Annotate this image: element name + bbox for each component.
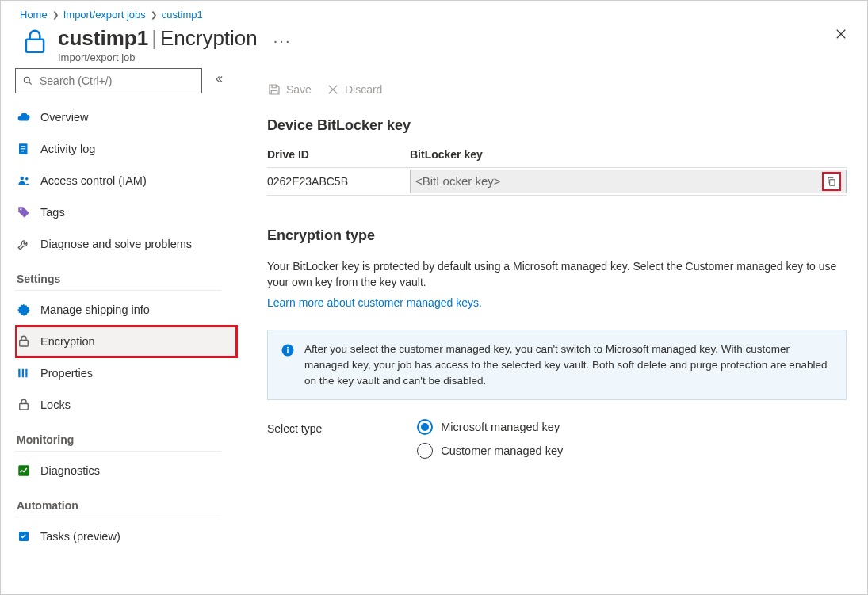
content-pane: Save Discard Device BitLocker key Drive …: [239, 68, 867, 582]
sidebar-item-label: Properties: [40, 367, 93, 380]
chevron-right-icon: ❯: [52, 10, 59, 19]
sidebar-item-label: Tasks (preview): [40, 530, 120, 543]
sidebar-item-tasks-preview-[interactable]: Tasks (preview): [15, 521, 237, 552]
close-button[interactable]: [834, 27, 848, 44]
breadcrumb: Home ❯ Import/export jobs ❯ custimp1: [1, 1, 867, 21]
sidebar-item-label: Manage shipping info: [40, 303, 150, 316]
sidebar-item-label: Access control (IAM): [40, 174, 147, 187]
breadcrumb-home[interactable]: Home: [20, 9, 48, 21]
sidebar-item-diagnostics[interactable]: Diagnostics: [15, 455, 237, 486]
breadcrumb-importexport[interactable]: Import/export jobs: [63, 9, 146, 21]
sidebar-group-settings: Settings: [15, 260, 221, 291]
svg-rect-4: [21, 148, 25, 149]
discard-button[interactable]: Discard: [326, 82, 382, 97]
discard-icon: [326, 82, 340, 97]
collapse-sidebar-button[interactable]: [213, 74, 224, 87]
save-button[interactable]: Save: [267, 82, 312, 97]
drive-id-value: 0262E23ABC5B: [267, 175, 410, 188]
col-drive-id: Drive ID: [267, 148, 410, 161]
sidebar-item-tags[interactable]: Tags: [15, 196, 237, 228]
svg-rect-5: [21, 151, 24, 151]
save-icon: [267, 82, 281, 97]
svg-point-8: [20, 208, 21, 210]
sidebar-group-automation: Automation: [15, 486, 221, 517]
sidebar-item-label: Diagnostics: [40, 464, 100, 477]
info-banner: After you select the customer managed ke…: [267, 330, 847, 400]
breadcrumb-current[interactable]: custimp1: [162, 9, 203, 21]
copy-button[interactable]: [822, 172, 841, 191]
sidebar-item-label: Overview: [40, 111, 88, 124]
tasks-icon: [17, 529, 31, 544]
sidebar-item-label: Activity log: [40, 143, 95, 155]
search-input[interactable]: [15, 68, 202, 93]
search-icon: [22, 75, 33, 86]
bitlocker-section-title: Device BitLocker key: [267, 117, 847, 134]
svg-point-1: [24, 77, 29, 82]
sidebar-item-activity-log[interactable]: Activity log: [15, 133, 237, 165]
sidebar-item-encryption[interactable]: Encryption: [15, 326, 237, 357]
bitlocker-key-field[interactable]: <BitLocker key>: [410, 170, 847, 193]
sidebar-item-diagnose-and-solve-problems[interactable]: Diagnose and solve problems: [15, 228, 237, 260]
svg-rect-12: [22, 368, 24, 377]
radio-microsoft-managed[interactable]: Microsoft managed key: [417, 419, 563, 435]
lock2-icon: [17, 398, 31, 412]
svg-rect-19: [287, 349, 289, 353]
encryption-type-title: Encryption type: [267, 227, 847, 244]
toolbar: Save Discard: [267, 68, 847, 114]
log-icon: [17, 142, 31, 156]
learn-more-link[interactable]: Learn more about customer managed keys.: [267, 296, 482, 309]
col-bitlocker-key: BitLocker key: [410, 148, 483, 161]
sidebar-item-label: Tags: [40, 206, 65, 219]
sidebar-item-properties[interactable]: Properties: [15, 357, 237, 389]
svg-point-6: [21, 176, 25, 180]
svg-rect-11: [18, 368, 20, 377]
sidebar-item-manage-shipping-info[interactable]: Manage shipping info: [15, 294, 237, 326]
people-icon: [17, 174, 31, 188]
sidebar-item-access-control-iam-[interactable]: Access control (IAM): [15, 165, 237, 196]
lock-icon: [17, 334, 31, 349]
lock-icon: [20, 27, 50, 57]
svg-rect-0: [26, 40, 44, 52]
sidebar-item-overview[interactable]: Overview: [15, 101, 237, 133]
radio-customer-managed[interactable]: Customer managed key: [417, 443, 563, 459]
sidebar: OverviewActivity logAccess control (IAM)…: [1, 68, 239, 582]
sidebar-item-label: Diagnose and solve problems: [40, 238, 192, 250]
gear-icon: [17, 303, 31, 317]
cloud-icon: [17, 110, 31, 124]
bitlocker-row: 0262E23ABC5B <BitLocker key>: [267, 167, 847, 196]
resource-type: Import/export job: [58, 51, 258, 63]
info-icon: [281, 343, 295, 357]
chart-icon: [17, 463, 31, 478]
svg-rect-15: [18, 465, 29, 476]
chevron-right-icon: ❯: [151, 10, 157, 19]
wrench-icon: [17, 237, 31, 251]
more-button[interactable]: ···: [273, 32, 292, 50]
props-icon: [17, 366, 31, 380]
encryption-desc: Your BitLocker key is protected by defau…: [267, 258, 847, 291]
sidebar-item-label: Encryption: [40, 335, 95, 348]
page-title: custimp1|Encryption: [58, 27, 258, 50]
svg-rect-10: [20, 340, 29, 346]
svg-rect-17: [830, 179, 835, 185]
sidebar-item-locks[interactable]: Locks: [15, 389, 237, 421]
sidebar-group-monitoring: Monitoring: [15, 421, 221, 452]
select-type-label: Select type: [267, 419, 322, 435]
svg-rect-3: [21, 146, 25, 147]
svg-point-20: [287, 347, 289, 349]
svg-point-7: [25, 177, 29, 181]
sidebar-item-label: Locks: [40, 399, 71, 411]
copy-icon: [826, 176, 837, 187]
page-header: custimp1|Encryption Import/export job ··…: [1, 21, 867, 68]
svg-rect-14: [20, 403, 29, 410]
tag-icon: [17, 205, 31, 219]
svg-rect-13: [25, 368, 27, 377]
